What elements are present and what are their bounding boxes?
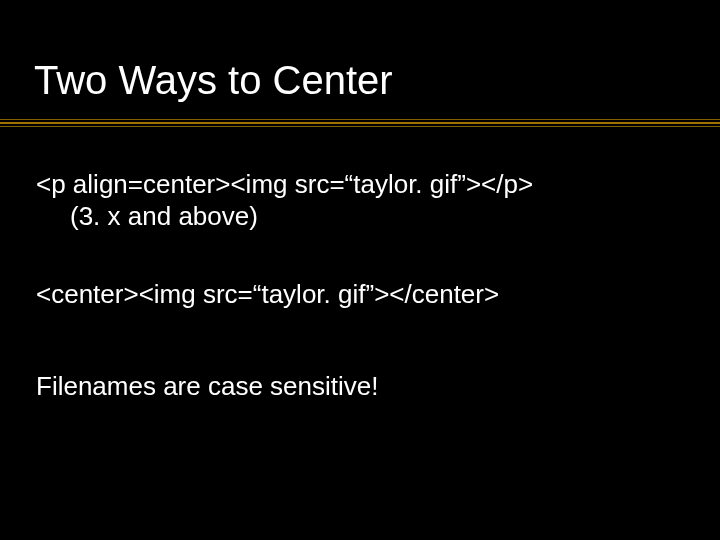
title-underline bbox=[0, 119, 720, 127]
slide-title: Two Ways to Center bbox=[34, 58, 393, 103]
slide: Two Ways to Center <p align=center><img … bbox=[0, 0, 720, 540]
body-line-1: <p align=center><img src=“taylor. gif”><… bbox=[36, 168, 533, 201]
body-line-2: (3. x and above) bbox=[70, 200, 258, 233]
body-line-3: <center><img src=“taylor. gif”></center> bbox=[36, 278, 499, 311]
body-line-4: Filenames are case sensitive! bbox=[36, 370, 378, 403]
